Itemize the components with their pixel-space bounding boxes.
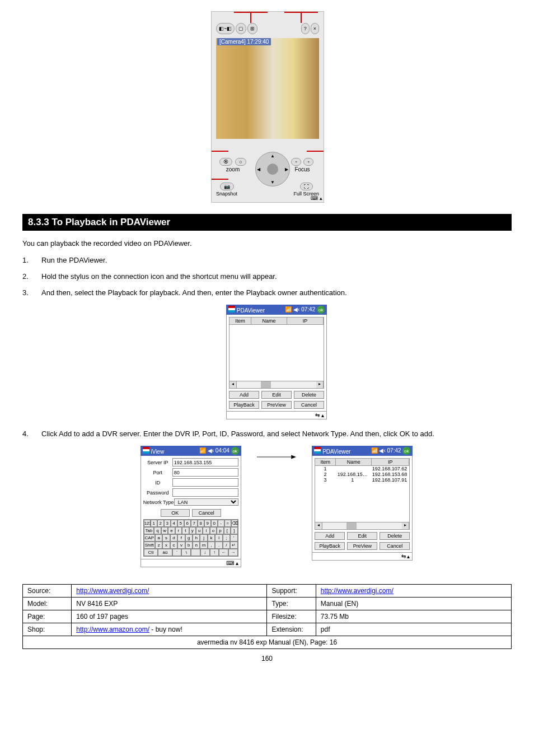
cancel-button[interactable]: Cancel bbox=[192, 509, 221, 517]
password-field[interactable] bbox=[172, 488, 238, 497]
keyboard-key[interactable]: 4 bbox=[171, 520, 177, 527]
keyboard-key[interactable]: o bbox=[210, 527, 217, 534]
sip-bar[interactable]: ⇆ ▴ bbox=[226, 412, 327, 419]
keyboard-key[interactable]: r bbox=[175, 527, 182, 534]
add-button[interactable]: Add bbox=[315, 532, 345, 540]
keyboard-key[interactable]: x bbox=[162, 542, 170, 549]
sip-icon[interactable]: ⌨ ▴ bbox=[311, 195, 322, 201]
keyboard-key[interactable]: ↓ bbox=[200, 549, 210, 556]
support-link[interactable]: http://www.averdigi.com/ bbox=[321, 587, 394, 595]
keyboard-key[interactable]: ⌫ bbox=[231, 520, 238, 527]
sip-bar[interactable]: ⌨ ▴ bbox=[140, 559, 241, 567]
toolbar-quad-icon[interactable]: ⊞ bbox=[247, 23, 257, 34]
keyboard-key[interactable]: c bbox=[170, 542, 177, 549]
keyboard-key[interactable]: s bbox=[162, 534, 170, 542]
ok-button[interactable]: OK bbox=[161, 509, 190, 517]
col-name[interactable]: Name bbox=[336, 459, 372, 465]
keyboard-key[interactable]: ↵ bbox=[230, 542, 237, 549]
keyboard-key[interactable]: e bbox=[168, 527, 175, 534]
ptz-dpad[interactable]: ▲ ▼ ◀ ▶ bbox=[255, 152, 290, 186]
keyboard-key[interactable]: g bbox=[185, 534, 193, 542]
scroll-left-icon[interactable]: ◂ bbox=[229, 381, 237, 388]
toolbar-connect-icon[interactable]: ◧~◧ bbox=[216, 23, 235, 34]
keyboard-key[interactable]: ' bbox=[230, 534, 237, 542]
table-row[interactable]: 2192.168.15…192.168.153.68 bbox=[315, 472, 409, 477]
keyboard-key[interactable]: p bbox=[217, 527, 223, 534]
server-list[interactable] bbox=[229, 325, 324, 381]
toolbar-single-icon[interactable]: ▢ bbox=[236, 23, 246, 34]
keyboard-key[interactable] bbox=[191, 549, 200, 556]
keyboard-key[interactable]: h bbox=[193, 534, 200, 542]
shop-link[interactable]: http://www.amazon.com/ bbox=[76, 626, 149, 633]
keyboard-key[interactable]: 5 bbox=[177, 520, 184, 527]
server-ip-field[interactable] bbox=[172, 458, 238, 466]
id-field[interactable] bbox=[172, 478, 238, 487]
keyboard-key[interactable]: = bbox=[224, 520, 231, 527]
zoom-out-icon[interactable]: ○ bbox=[235, 158, 246, 166]
keyboard-key[interactable]: . bbox=[215, 542, 222, 549]
keyboard-key[interactable]: j bbox=[200, 534, 207, 542]
keyboard-key[interactable]: i bbox=[203, 527, 209, 534]
keyboard-key[interactable]: b bbox=[185, 542, 193, 549]
sip-bar[interactable]: ⇆ ▴ bbox=[312, 553, 413, 561]
keyboard-key[interactable]: v bbox=[177, 542, 185, 549]
zoom-in-icon[interactable]: ⦿ bbox=[219, 158, 232, 166]
hscrollbar[interactable]: ◂ ▸ bbox=[229, 381, 324, 389]
ok-icon[interactable]: ok bbox=[317, 306, 325, 314]
col-ip[interactable]: IP bbox=[372, 459, 409, 465]
keyboard-key[interactable]: \ bbox=[181, 549, 191, 556]
port-field[interactable] bbox=[172, 468, 238, 477]
keyboard-key[interactable]: w bbox=[161, 527, 168, 534]
edit-button[interactable]: Edit bbox=[261, 391, 292, 399]
delete-button[interactable]: Delete bbox=[294, 391, 324, 399]
fullscreen-button[interactable]: ⛶ bbox=[300, 183, 313, 190]
hscrollbar[interactable]: ◂ ▸ bbox=[315, 522, 410, 530]
keyboard-key[interactable]: n bbox=[193, 542, 200, 549]
keyboard-key[interactable]: CAP bbox=[144, 534, 155, 542]
toolbar-close-icon[interactable]: × bbox=[311, 23, 319, 34]
keyboard-key[interactable]: m bbox=[200, 542, 207, 549]
keyboard-key[interactable]: áü bbox=[158, 549, 172, 556]
playback-button[interactable]: PlayBack bbox=[315, 542, 345, 550]
keyboard-key[interactable]: - bbox=[218, 520, 224, 527]
playback-button[interactable]: PlayBack bbox=[229, 401, 259, 409]
server-list[interactable]: 1192.168.107.622192.168.15…192.168.153.6… bbox=[315, 466, 410, 522]
keyboard-key[interactable]: 0 bbox=[211, 520, 218, 527]
keyboard-key[interactable]: 3 bbox=[164, 520, 171, 527]
focus-far-icon[interactable]: ▫ bbox=[303, 158, 313, 166]
add-button[interactable]: Add bbox=[229, 391, 259, 399]
scroll-right-icon[interactable]: ▸ bbox=[402, 522, 409, 529]
table-row[interactable]: 1192.168.107.62 bbox=[315, 466, 409, 472]
preview-button[interactable]: PreView bbox=[347, 542, 377, 550]
keyboard-key[interactable]: 1 bbox=[151, 520, 157, 527]
col-item[interactable]: Item bbox=[315, 459, 336, 465]
cancel-button[interactable]: Cancel bbox=[294, 401, 324, 409]
keyboard-key[interactable]: / bbox=[223, 542, 230, 549]
table-row[interactable]: 31192.168.107.91 bbox=[315, 477, 409, 483]
ok-icon[interactable]: ok bbox=[402, 447, 410, 455]
keyboard-key[interactable]: f bbox=[177, 534, 185, 542]
keyboard-key[interactable]: 2 bbox=[157, 520, 164, 527]
col-ip[interactable]: IP bbox=[287, 318, 324, 324]
focus-near-icon[interactable]: ▫ bbox=[291, 158, 301, 166]
edit-button[interactable]: Edit bbox=[347, 532, 377, 540]
snapshot-button[interactable]: 📷 bbox=[220, 183, 234, 190]
col-name[interactable]: Name bbox=[251, 318, 287, 324]
keyboard-key[interactable]: l bbox=[215, 534, 222, 542]
preview-button[interactable]: PreView bbox=[261, 401, 292, 409]
keyboard-key[interactable]: 8 bbox=[198, 520, 204, 527]
soft-keyboard[interactable]: 1231234567890-=⌫ Tabqwertyuiop[] CAPasdf… bbox=[143, 519, 238, 557]
keyboard-key[interactable]: d bbox=[170, 534, 177, 542]
keyboard-key[interactable]: Ctl bbox=[144, 549, 158, 556]
keyboard-key[interactable]: q bbox=[154, 527, 161, 534]
keyboard-key[interactable]: 123 bbox=[144, 520, 151, 527]
col-item[interactable]: Item bbox=[229, 318, 251, 324]
keyboard-key[interactable]: , bbox=[208, 542, 215, 549]
keyboard-key[interactable]: z bbox=[155, 542, 162, 549]
keyboard-key[interactable]: Tab bbox=[144, 527, 154, 534]
keyboard-key[interactable]: 9 bbox=[204, 520, 211, 527]
keyboard-key[interactable]: t bbox=[182, 527, 189, 534]
keyboard-key[interactable]: u bbox=[196, 527, 203, 534]
source-link[interactable]: http://www.averdigi.com/ bbox=[76, 587, 149, 595]
keyboard-key[interactable]: → bbox=[228, 549, 238, 556]
